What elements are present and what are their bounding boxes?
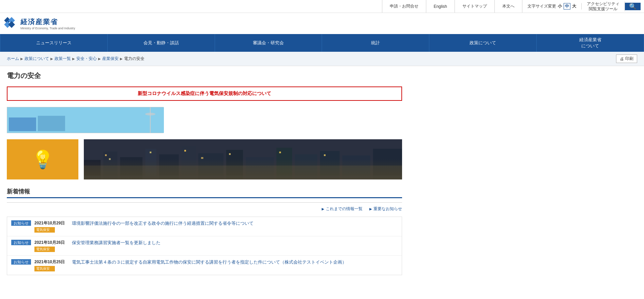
- svg-rect-3: [8, 21, 15, 28]
- breadcrumb-sep-5: ▶: [120, 57, 123, 61]
- svg-rect-30: [229, 153, 231, 155]
- nav-news-release[interactable]: ニュースリリース: [0, 34, 108, 52]
- news-tag-3: お知らせ: [11, 259, 31, 265]
- news-date-badge-1: 2021年10月29日 電気保安: [34, 220, 68, 233]
- bulb-icon: 💡: [32, 149, 54, 170]
- logo-text: 経済産業省 Ministry of Economy, Trade and Ind…: [20, 17, 75, 30]
- font-size-controls: 文字サイズ変更 小 中 大: [522, 3, 582, 10]
- english-link[interactable]: English: [426, 0, 455, 13]
- logo-sub-text: Ministry of Economy, Trade and Industry: [20, 27, 75, 30]
- font-size-large[interactable]: 大: [572, 3, 576, 9]
- news-item-3: お知らせ 2021年10月25日 電気保安 電気工事士法第４条の３に規定する自家…: [7, 256, 402, 275]
- header: 経済産業省 Ministry of Economy, Trade and Ind…: [0, 13, 644, 34]
- application-inquiry-link[interactable]: 申請・お問合せ: [382, 0, 426, 13]
- svg-rect-25: [105, 154, 107, 156]
- news-item-1: お知らせ 2021年10月29日 電気保安 環境影響評価法施行令の一部を改正する…: [7, 217, 402, 236]
- svg-rect-27: [150, 152, 151, 153]
- svg-point-8: [145, 113, 155, 115]
- print-button[interactable]: 🖨 印刷: [616, 54, 637, 63]
- panel-city[interactable]: [84, 139, 402, 179]
- main-content: 電力の安全 新型コロナウイルス感染症に伴う電気保安規制の対応について 小出力発電…: [0, 66, 409, 280]
- svg-rect-28: [184, 150, 186, 152]
- breadcrumb-sep-3: ▶: [72, 57, 75, 61]
- news-category-1: 電気保安: [34, 227, 55, 233]
- search-area: 🔍: [625, 3, 641, 10]
- nav-council[interactable]: 審議会・研究会: [215, 34, 322, 52]
- news-important-link[interactable]: ▶ 重要なお知らせ: [369, 206, 402, 212]
- breadcrumb-sep-4: ▶: [98, 57, 101, 61]
- news-date-badge-2: 2021年10月26日 電気保安: [34, 240, 68, 252]
- image-panels: 💡: [7, 139, 402, 179]
- news-history-link[interactable]: ▶ これまでの情報一覧: [322, 206, 363, 212]
- banner-container[interactable]: 小出力発電設備の事故報告について: [7, 107, 164, 133]
- nav-about[interactable]: 経済産業省について: [537, 34, 644, 52]
- breadcrumb-safety[interactable]: 安全・安心: [76, 56, 97, 62]
- font-size-mid[interactable]: 中: [564, 3, 570, 10]
- news-category-3: 電気保安: [34, 266, 55, 271]
- svg-rect-32: [324, 154, 326, 156]
- news-title-link-1[interactable]: 環境影響評価法施行令の一部を改正する政令の施行に伴う経過措置に関する省令等につい…: [72, 220, 254, 226]
- breadcrumb-policy-list[interactable]: 政策一覧: [55, 56, 71, 62]
- news-links-row: ▶ これまでの情報一覧 ▶ 重要なお知らせ: [7, 206, 402, 212]
- news-section-title: 新着情報: [7, 188, 402, 198]
- news-date-badge-3: 2021年10月25日 電気保安: [34, 259, 68, 271]
- panel-yellow[interactable]: 💡: [7, 139, 78, 179]
- svg-rect-29: [201, 157, 203, 159]
- logo-area[interactable]: 経済産業省 Ministry of Economy, Trade and Ind…: [3, 16, 78, 31]
- breadcrumb-industrial-safety[interactable]: 産業保安: [102, 56, 119, 62]
- accessibility-link[interactable]: アクセシビリティ閲覧支援ツール: [582, 1, 625, 11]
- news-category-2: 電気保安: [34, 247, 55, 252]
- breadcrumb-current: 電力の安全: [124, 56, 144, 62]
- svg-rect-6: [38, 116, 65, 131]
- top-bar: 申請・お問合せ English サイトマップ 本文へ 文字サイズ変更 小 中 大…: [0, 0, 644, 13]
- breadcrumb-home[interactable]: ホーム: [7, 56, 19, 62]
- svg-rect-5: [9, 117, 36, 131]
- search-button[interactable]: 🔍: [625, 3, 641, 10]
- printer-icon: 🖨: [620, 57, 624, 61]
- news-date-1: 2021年10月29日: [34, 220, 68, 226]
- breadcrumb-policy[interactable]: 政策について: [25, 56, 49, 62]
- nav-policy[interactable]: 政策について: [429, 34, 537, 52]
- breadcrumb: ホーム ▶ 政策について ▶ 政策一覧 ▶ 安全・安心 ▶ 産業保安 ▶ 電力の…: [7, 56, 144, 62]
- news-title-link-3[interactable]: 電気工事士法第４条の３に規定する自家用電気工作物の保安に関する講習を行う者を指定…: [72, 259, 347, 265]
- news-date-3: 2021年10月25日: [34, 259, 68, 265]
- city-overlay: [84, 159, 402, 179]
- page-title: 電力の安全: [7, 71, 402, 80]
- news-item-2: お知らせ 2021年10月26日 電気保安 保安管理業務講習実施者一覧を更新しま…: [7, 236, 402, 256]
- main-content-link[interactable]: 本文へ: [495, 0, 522, 13]
- main-nav: ニュースリリース 会見・動静・談話 審議会・研究会 統計 政策について 経済産業…: [0, 34, 644, 52]
- alert-link[interactable]: 新型コロナウイルス感染症に伴う電気保安規制の対応について: [138, 91, 271, 96]
- nav-statistics[interactable]: 統計: [322, 34, 429, 52]
- news-section: 新着情報 ▶ これまでの情報一覧 ▶ 重要なお知らせ お知らせ 2021年10月…: [7, 188, 402, 275]
- top-bar-links: 申請・お問合せ English サイトマップ 本文へ: [382, 0, 522, 13]
- breadcrumb-sep-1: ▶: [20, 57, 23, 61]
- breadcrumb-bar: ホーム ▶ 政策について ▶ 政策一覧 ▶ 安全・安心 ▶ 産業保安 ▶ 電力の…: [0, 52, 644, 66]
- sitemap-link[interactable]: サイトマップ: [455, 0, 495, 13]
- news-tag-2: お知らせ: [11, 240, 31, 245]
- logo-icon: [3, 16, 18, 31]
- alert-box: 新型コロナウイルス感染症に伴う電気保安規制の対応について: [7, 86, 402, 101]
- svg-rect-31: [279, 152, 281, 153]
- news-date-2: 2021年10月26日: [34, 240, 68, 246]
- news-title-link-2[interactable]: 保安管理業務講習実施者一覧を更新しました: [72, 240, 160, 246]
- banner-bg-svg: [7, 107, 164, 133]
- breadcrumb-sep-2: ▶: [50, 57, 53, 61]
- logo-main-text: 経済産業省: [20, 17, 75, 27]
- news-list: お知らせ 2021年10月29日 電気保安 環境影響評価法施行令の一部を改正する…: [7, 217, 402, 275]
- banner-image: 小出力発電設備の事故報告について: [7, 107, 164, 133]
- news-tag-1: お知らせ: [11, 220, 31, 226]
- nav-press-conference[interactable]: 会見・動静・談話: [108, 34, 215, 52]
- history-arrow-icon: ▶: [322, 207, 324, 211]
- font-size-small[interactable]: 小: [558, 3, 562, 9]
- font-size-label: 文字サイズ変更: [527, 3, 556, 9]
- important-arrow-icon: ▶: [369, 207, 372, 211]
